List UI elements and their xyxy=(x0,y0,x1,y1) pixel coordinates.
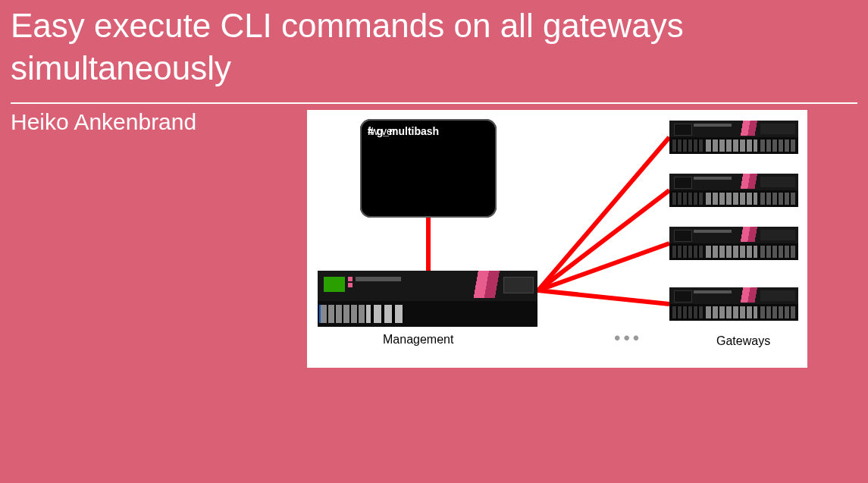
title-underline xyxy=(11,102,857,104)
slide: Easy execute CLI commands on all gateway… xyxy=(0,0,868,483)
gateway-appliance-icon xyxy=(669,287,798,321)
author-name: Heiko Ankenbrand xyxy=(11,109,196,135)
appliance-logo-icon xyxy=(348,283,353,287)
terminal-command-arg: fw ver xyxy=(368,125,396,138)
svg-line-3 xyxy=(538,190,669,290)
appliance-stripe-icon xyxy=(465,271,503,298)
ellipsis-icon: ••• xyxy=(614,334,642,342)
appliance-screen-icon xyxy=(324,277,345,292)
slide-title: Easy execute CLI commands on all gateway… xyxy=(11,5,857,90)
gateways-label: Gateways xyxy=(716,334,770,348)
appliance-brand-icon xyxy=(356,277,401,281)
gateway-appliance-icon xyxy=(669,174,798,207)
appliance-ports-icon xyxy=(318,301,537,327)
management-label: Management xyxy=(383,333,453,347)
svg-line-5 xyxy=(538,290,669,304)
gateway-appliance-icon xyxy=(669,227,798,260)
appliance-module-icon xyxy=(503,277,534,293)
management-appliance-icon xyxy=(318,271,537,327)
diagram: # g_multibash fw ver Management ••• xyxy=(307,110,807,368)
svg-line-4 xyxy=(538,243,669,290)
svg-line-2 xyxy=(538,137,669,290)
appliance-logo-icon xyxy=(348,277,353,281)
gateway-appliance-icon xyxy=(669,121,798,154)
terminal-window: # g_multibash fw ver xyxy=(360,119,497,218)
